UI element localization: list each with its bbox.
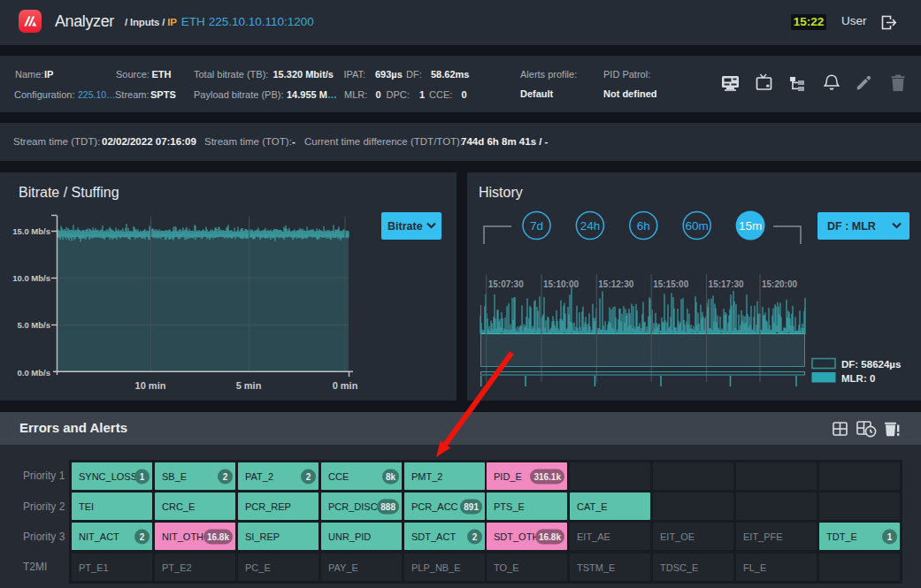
svg-text:15:07:30: 15:07:30 [488,279,524,289]
svg-text:15:20:00: 15:20:00 [762,279,797,289]
svg-text:MLR: 0: MLR: 0 [841,373,875,384]
svg-text:15:10:00: 15:10:00 [543,279,579,289]
svg-text:10 min: 10 min [135,380,166,391]
svg-text:15:15:00: 15:15:00 [653,279,688,289]
svg-text:15m: 15m [739,219,762,233]
svg-text:DF: 58624µs: DF: 58624µs [841,359,901,370]
svg-text:15.0 Mb/s: 15.0 Mb/s [12,226,50,236]
svg-text:10.0 Mb/s: 10.0 Mb/s [12,273,50,283]
svg-text:60m: 60m [686,219,709,233]
svg-text:0.0 Mb/s: 0.0 Mb/s [18,368,51,378]
svg-text:0 min: 0 min [333,380,358,391]
svg-text:15:12:30: 15:12:30 [598,279,633,289]
svg-text:15:17:30: 15:17:30 [709,279,744,289]
svg-text:24h: 24h [580,219,601,233]
svg-text:5.0 Mb/s: 5.0 Mb/s [18,320,51,330]
svg-text:6h: 6h [637,219,650,233]
svg-text:7d: 7d [530,219,543,233]
svg-text:5 min: 5 min [236,380,262,391]
